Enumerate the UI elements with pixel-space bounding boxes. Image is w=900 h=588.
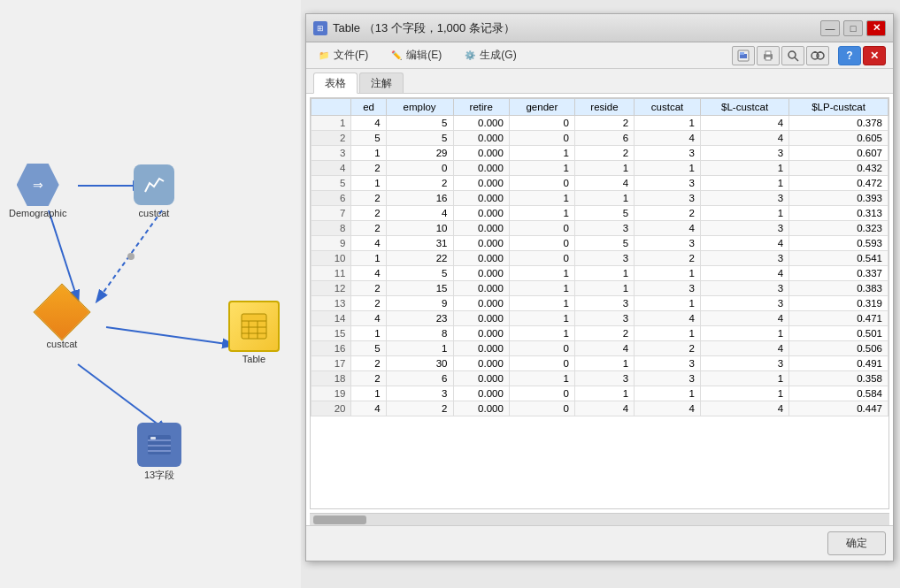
table-cell: 4 (635, 131, 701, 146)
table-cell: 1 (701, 386, 789, 401)
tab-annotation[interactable]: 注解 (359, 73, 404, 93)
table-cell: 22 (386, 251, 453, 266)
tab-table[interactable]: 表格 (313, 73, 358, 94)
table-cell: 4 (701, 311, 789, 326)
table-cell: 23 (386, 311, 453, 326)
table-cell: 11 (312, 266, 351, 281)
table-cell: 0 (509, 236, 574, 251)
horizontal-scrollbar[interactable] (310, 513, 889, 525)
table-cell: 1 (574, 191, 634, 206)
col-header-lp-custcat: $LP-custcat (789, 99, 888, 116)
ok-button[interactable]: 确定 (827, 531, 886, 555)
maximize-button[interactable]: □ (843, 20, 863, 36)
bottom-bar: 确定 (306, 525, 893, 561)
table-cell: 3 (312, 146, 351, 161)
table-cell: 0.000 (453, 206, 509, 221)
table-cell: 1 (701, 206, 789, 221)
table-cell: 1 (509, 146, 574, 161)
table-cell: 0.447 (789, 401, 888, 416)
dialog-title-icon: ⊞ (313, 21, 327, 35)
table-cell: 0.000 (453, 236, 509, 251)
custcat-diamond-node[interactable]: custcat (37, 287, 87, 349)
svg-rect-21 (765, 51, 771, 55)
binoculars-button[interactable] (806, 46, 829, 65)
help-button[interactable]: ? (838, 46, 861, 65)
table-row: 5120.00004310.472 (312, 176, 888, 191)
table-row: 20420.00004440.447 (312, 401, 888, 416)
table-cell: 1 (351, 251, 386, 266)
table-cell: 3 (701, 221, 789, 236)
h-scroll-thumb[interactable] (313, 515, 366, 524)
col-header-retire: retire (453, 99, 509, 116)
edit-menu[interactable]: ✏️ 编辑(E) (386, 46, 445, 65)
table-row: 18260.00013310.358 (312, 371, 888, 386)
table-cell: 0.319 (789, 296, 888, 311)
table-dialog: ⊞ Table （13 个字段，1,000 条记录） — □ ✕ 📁 文件(F)… (305, 13, 894, 561)
table-cell: 3 (635, 146, 701, 161)
table-cell: 4 (351, 311, 386, 326)
table-canvas-node[interactable]: Table (228, 301, 280, 364)
table-cell: 2 (351, 161, 386, 176)
col-header-ed: ed (351, 99, 386, 116)
toolbar-buttons: ? ✕ (732, 46, 886, 65)
table-row: 172300.00001330.491 (312, 356, 888, 371)
table-cell: 0.000 (453, 146, 509, 161)
table-cell: 3 (701, 251, 789, 266)
generate-menu[interactable]: ⚙️ 生成(G) (459, 46, 519, 65)
custcat-top-node[interactable]: custcat (133, 164, 175, 218)
table-cell: 0.607 (789, 146, 888, 161)
data-table-wrapper[interactable]: ed employ retire gender reside custcat $… (310, 97, 889, 509)
table-cell: 0.000 (453, 221, 509, 236)
table-row: 11450.00011140.337 (312, 266, 888, 281)
table-cell: 0.501 (789, 326, 888, 341)
table-cell: 0.313 (789, 206, 888, 221)
table-cell: 0 (509, 356, 574, 371)
table-cell: 14 (312, 311, 351, 326)
table-row: 7240.00015210.313 (312, 206, 888, 221)
table-cell: 1 (635, 266, 701, 281)
fields-node[interactable]: 13字段 (137, 423, 181, 482)
table-cell: 3 (635, 281, 701, 296)
search-button[interactable] (781, 46, 804, 65)
table-cell: 2 (351, 191, 386, 206)
table-cell: 2 (351, 296, 386, 311)
table-cell: 0 (509, 341, 574, 356)
demographic-node[interactable]: ⇒ Demographic (9, 164, 66, 218)
col-header-l-custcat: $L-custcat (701, 99, 789, 116)
table-cell: 3 (701, 356, 789, 371)
svg-point-3 (127, 253, 135, 260)
svg-line-24 (795, 57, 798, 61)
close-dialog-button[interactable]: ✕ (863, 46, 886, 65)
table-cell: 3 (574, 296, 634, 311)
table-cell: 1 (701, 371, 789, 386)
table-cell: 4 (312, 161, 351, 176)
export-button[interactable] (732, 46, 755, 65)
tab-bar: 表格 注解 (306, 69, 893, 94)
file-menu[interactable]: 📁 文件(F) (313, 46, 372, 65)
table-cell: 2 (351, 206, 386, 221)
table-row: 62160.00011330.393 (312, 191, 888, 206)
table-cell: 0 (509, 386, 574, 401)
table-cell: 12 (312, 281, 351, 296)
table-cell: 4 (351, 236, 386, 251)
table-cell: 4 (574, 341, 634, 356)
col-header-gender: gender (509, 99, 574, 116)
svg-rect-6 (242, 314, 266, 339)
print-button[interactable] (757, 46, 780, 65)
table-cell: 1 (509, 311, 574, 326)
window-close-button[interactable]: ✕ (866, 20, 886, 36)
minimize-button[interactable]: — (820, 20, 840, 36)
table-cell: 0.584 (789, 386, 888, 401)
table-cell: 5 (386, 131, 453, 146)
table-cell: 0.000 (453, 401, 509, 416)
table-row: 101220.00003230.541 (312, 251, 888, 266)
table-cell: 3 (635, 176, 701, 191)
table-cell: 3 (635, 236, 701, 251)
table-cell: 6 (312, 191, 351, 206)
table-cell: 5 (351, 131, 386, 146)
table-cell: 1 (509, 161, 574, 176)
table-content: ed employ retire gender reside custcat $… (306, 94, 893, 525)
table-cell: 1 (509, 266, 574, 281)
table-cell: 1 (386, 341, 453, 356)
table-row: 4200.00011110.432 (312, 161, 888, 176)
